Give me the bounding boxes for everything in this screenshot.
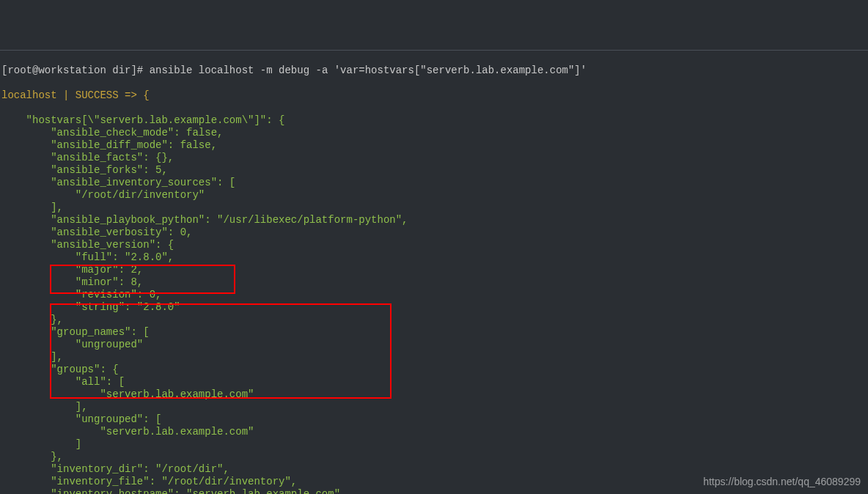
result-header: localhost | SUCCESS => { bbox=[1, 89, 868, 102]
output-line: "ungrouped" bbox=[1, 339, 868, 351]
watermark-text: https://blog.csdn.net/qq_46089299 bbox=[703, 476, 861, 488]
output-line: "ansible_diff_mode": false, bbox=[1, 139, 868, 152]
command-text: ansible localhost -m debug -a 'var=hostv… bbox=[150, 64, 587, 76]
output-line: "full": "2.8.0", bbox=[1, 251, 868, 264]
output-line: "ansible_version": { bbox=[1, 239, 868, 251]
output-line: "groups": { bbox=[1, 364, 868, 376]
output-line: "ansible_forks": 5, bbox=[1, 164, 868, 177]
output-line: "all": [ bbox=[1, 376, 868, 388]
output-line: "ansible_playbook_python": "/usr/libexec… bbox=[1, 214, 868, 226]
output-line: ], bbox=[1, 351, 868, 364]
output-line: "major": 2, bbox=[1, 264, 868, 276]
output-line: "group_names": [ bbox=[1, 326, 868, 339]
output-line: ], bbox=[1, 202, 868, 214]
output-line: "ansible_inventory_sources": [ bbox=[1, 177, 868, 189]
output-line: "ansible_facts": {}, bbox=[1, 152, 868, 164]
output-line: "ungrouped": [ bbox=[1, 413, 868, 426]
output-line: "serverb.lab.example.com" bbox=[1, 388, 868, 401]
output-block: "hostvars[\"serverb.lab.example.com\"]":… bbox=[1, 114, 868, 494]
output-line: "/root/dir/inventory" bbox=[1, 189, 868, 202]
output-line: }, bbox=[1, 451, 868, 463]
output-line: "string": "2.8.0" bbox=[1, 301, 868, 314]
output-line: "inventory_dir": "/root/dir", bbox=[1, 463, 868, 476]
output-line: "ansible_verbosity": 0, bbox=[1, 226, 868, 239]
terminal-window[interactable]: [root@workstation dir]# ansible localhos… bbox=[0, 50, 868, 494]
output-line: }, bbox=[1, 314, 868, 326]
command-line: [root@workstation dir]# ansible localhos… bbox=[1, 64, 868, 77]
output-line: "inventory_hostname": "serverb.lab.examp… bbox=[1, 488, 868, 494]
output-line: "serverb.lab.example.com" bbox=[1, 426, 868, 438]
output-line: "revision": 0, bbox=[1, 289, 868, 301]
output-line: "minor": 8, bbox=[1, 276, 868, 289]
shell-prompt: [root@workstation dir]# bbox=[1, 64, 150, 76]
output-line: ], bbox=[1, 401, 868, 413]
output-line: "hostvars[\"serverb.lab.example.com\"]":… bbox=[1, 114, 868, 127]
output-line: ] bbox=[1, 438, 868, 451]
output-line: "ansible_check_mode": false, bbox=[1, 127, 868, 139]
